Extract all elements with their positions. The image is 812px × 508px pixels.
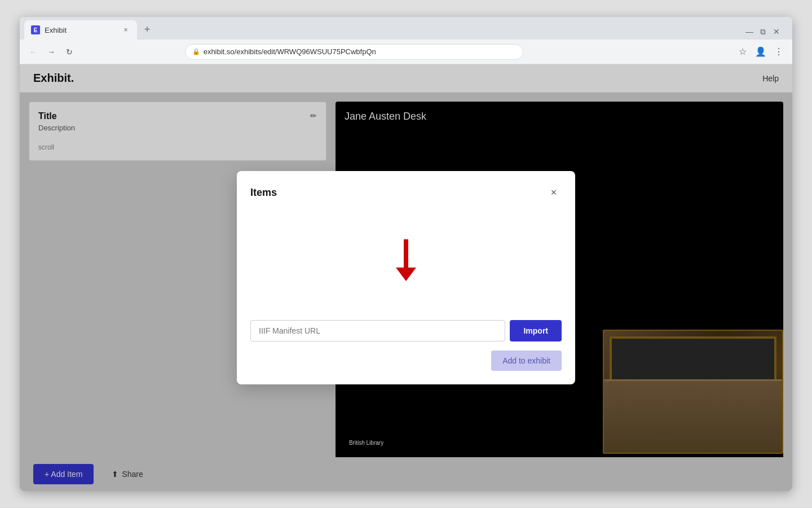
app-content: Exhibit. Help ✏ Title Description scroll…: [20, 64, 792, 491]
reload-button[interactable]: ↻: [63, 45, 76, 59]
import-button[interactable]: Import: [510, 320, 562, 341]
maximize-button[interactable]: ⧉: [758, 27, 767, 36]
active-tab: E Exhibit ×: [24, 20, 137, 40]
browser-window: E Exhibit × + — ⧉ ✕ ← → ↻ 🔒 exhibit.so/e…: [20, 17, 792, 491]
modal-input-row: Import: [250, 320, 562, 341]
tab-title: Exhibit: [45, 26, 117, 34]
forward-button[interactable]: →: [45, 45, 58, 59]
down-arrow-icon: [396, 239, 416, 281]
arrow-shaft: [404, 239, 408, 268]
modal-header: Items ×: [250, 185, 562, 200]
window-controls: — ⧉ ✕: [738, 27, 788, 40]
menu-icon[interactable]: ⋮: [772, 45, 785, 59]
tab-favicon: E: [31, 25, 40, 34]
security-lock-icon: 🔒: [192, 48, 200, 55]
profile-icon[interactable]: 👤: [754, 45, 767, 59]
modal-body: [250, 209, 562, 311]
url-text: exhibit.so/exhibits/edit/WRWQ96WSUU75PCw…: [204, 47, 516, 56]
address-bar: ← → ↻ 🔒 exhibit.so/exhibits/edit/WRWQ96W…: [20, 40, 792, 64]
back-button[interactable]: ←: [27, 45, 40, 59]
tab-bar: E Exhibit × + — ⧉ ✕: [20, 17, 792, 40]
iiif-url-input[interactable]: [250, 320, 505, 341]
close-button[interactable]: ✕: [772, 27, 781, 36]
add-to-exhibit-button[interactable]: Add to exhibit: [491, 351, 562, 371]
modal-title: Items: [250, 187, 277, 199]
minimize-button[interactable]: —: [745, 27, 754, 36]
bookmark-icon[interactable]: ☆: [736, 45, 749, 59]
address-input[interactable]: 🔒 exhibit.so/exhibits/edit/WRWQ96WSUU75P…: [185, 44, 523, 60]
modal-overlay: Items × Import Add to exhibit: [20, 64, 792, 491]
tab-close-button[interactable]: ×: [121, 25, 130, 34]
address-right-controls: ☆ 👤 ⋮: [736, 45, 785, 59]
arrow-head: [396, 268, 416, 281]
new-tab-button[interactable]: +: [139, 21, 155, 37]
items-modal: Items × Import Add to exhibit: [237, 171, 575, 384]
modal-close-button[interactable]: ×: [546, 185, 562, 200]
modal-footer: Add to exhibit: [250, 351, 562, 371]
